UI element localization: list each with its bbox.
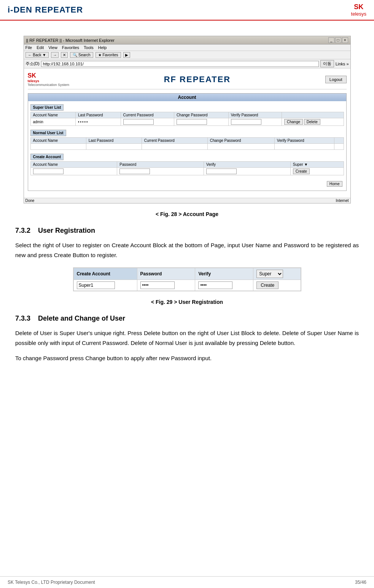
create-row: Create [30,168,344,175]
browser-window: || RF REPEATER || - Microsoft Internet E… [24,36,351,203]
create-name-cell [30,168,117,175]
browser-statusbar: Done Internet [24,198,350,203]
create-verify-cell [204,168,291,175]
rf-page-header: SK telesys Telecommunication System RF R… [28,72,347,89]
section-732-title: User Registration [38,227,95,235]
rf-logo-sub: Telecommunication System [28,83,70,87]
body-text-733a: Delete of User is Super User's unique ri… [15,328,359,348]
home-btn-row: Home [30,178,344,188]
browser-menubar: File Edit View Favorites Tools Help [24,44,350,51]
page-header: i-DEN REPEATER SK telesys [0,0,374,21]
rf-logo: SK telesys Telecommunication System [28,72,70,87]
ca-verify-cell [195,280,253,291]
back-button[interactable]: ← Back ▼ [25,52,49,58]
empty-cell [274,144,334,150]
rf-logo-sk: SK [28,72,70,79]
admin-actions: Change Delete [282,118,344,126]
col-current-password: Current Password [121,112,174,118]
forward-button[interactable]: → [51,52,59,58]
create-button[interactable]: Create [293,168,310,174]
admin-change-pwd [174,118,228,126]
admin-last-pwd: ••••• [76,118,121,126]
close-button[interactable]: × [342,37,348,43]
empty-cell [142,144,207,150]
empty-cell [86,144,142,150]
col-change-password: Change Password [174,112,228,118]
ca-pass-cell [137,280,195,291]
minimize-button[interactable]: _ [328,37,334,43]
ca-col3: Verify [195,268,253,280]
ca-type-select[interactable]: Super Normal [256,270,283,278]
media-button[interactable]: ▶ [123,52,130,58]
create-account-table: Account Name Password Verify Super ▼ [30,161,344,175]
col-actions [282,112,344,118]
ncol-account-name: Account Name [30,138,86,144]
create-account-label: Create Account [30,154,64,160]
account-header-label: Account [28,94,346,101]
ca-col1: Create Account [73,268,137,280]
menu-favorites[interactable]: Favorites [62,45,79,50]
menu-edit[interactable]: Edit [37,45,44,50]
verify-password-input[interactable] [231,119,261,125]
empty-row [30,144,344,150]
ccol-password: Password [117,162,204,168]
create-name-input[interactable] [33,168,64,174]
ca-pass-input[interactable] [140,281,175,289]
section-733-heading: 7.3.3 Delete and Change of User [15,315,359,323]
create-verify-input[interactable] [206,168,237,174]
browser-titlebar: || RF REPEATER || - Microsoft Internet E… [24,36,350,44]
browser-title-text: || RF REPEATER || - Microsoft Internet E… [26,38,115,43]
menu-file[interactable]: File [25,45,32,50]
empty-cell [30,144,86,150]
logout-button[interactable]: Logout [325,76,347,83]
browser-controls[interactable]: _ □ × [328,37,348,43]
ccol-account-name: Account Name [30,162,117,168]
fig28-caption: < Fig. 28 > Account Page [15,211,359,217]
ca-verify-input[interactable] [198,281,232,289]
header-logo: SK telesys [351,3,366,17]
status-right: Internet [336,199,349,203]
stop-button[interactable]: ✕ [61,52,68,58]
ncol-change-password: Change Password [207,138,274,144]
menu-view[interactable]: View [48,45,57,50]
ca-name-cell [73,280,137,291]
table-row: admin ••••• Change Delete [30,118,344,126]
browser-toolbar: ← Back ▼ → ✕ 🔍 Search ★ Favorites ▶ [24,51,350,59]
change-password-input[interactable] [177,119,207,125]
address-input[interactable] [41,61,319,67]
main-content: || RF REPEATER || - Microsoft Internet E… [0,21,374,377]
status-left: Done [25,199,35,203]
current-password-input[interactable] [123,119,154,125]
delete-button[interactable]: Delete [304,119,320,125]
section-732-heading: 7.3.2 User Registration [15,227,359,235]
browser-addressbar: 주소(D) 이동 Links » [24,59,350,68]
links-button[interactable]: Links » [336,62,349,66]
super-user-table: Account Name Last Password Current Passw… [30,112,344,126]
home-button[interactable]: Home [327,181,342,187]
body-text-733b: To change Password press Change button t… [15,353,359,363]
account-section: Account Super User List Account Name Las… [28,93,347,191]
menu-tools[interactable]: Tools [84,45,94,50]
ncol-last-password: Last Password [86,138,142,144]
favorites-button[interactable]: ★ Favorites [95,52,121,58]
normal-user-label: Normal User List [30,130,66,136]
account-table-wrapper: Super User List Account Name Last Passwo… [28,101,346,191]
create-password-input[interactable] [119,168,150,174]
maximize-button[interactable]: □ [335,37,341,43]
section-733-title: Delete and Change of User [38,315,125,323]
ca-create-cell: Create [253,280,301,291]
ncol-verify-password: Verify Password [274,138,334,144]
body-text-732: Select the right of User to register on … [15,240,359,260]
ca-demo-row: Create [73,280,301,291]
ca-col4: Super Normal [253,268,301,280]
search-button[interactable]: 🔍 Search [70,52,93,58]
go-button[interactable]: 이동 [320,60,334,67]
ca-name-input[interactable] [77,281,115,289]
col-verify-password: Verify Password [228,112,282,118]
super-user-label: Super User List [30,104,64,111]
ca-create-button[interactable]: Create [256,281,279,289]
page-footer: SK Telesys Co., LTD Proprietary Document… [0,576,374,588]
menu-help[interactable]: Help [98,45,107,50]
ncol-current-password: Current Password [142,138,207,144]
change-button[interactable]: Change [284,119,303,125]
